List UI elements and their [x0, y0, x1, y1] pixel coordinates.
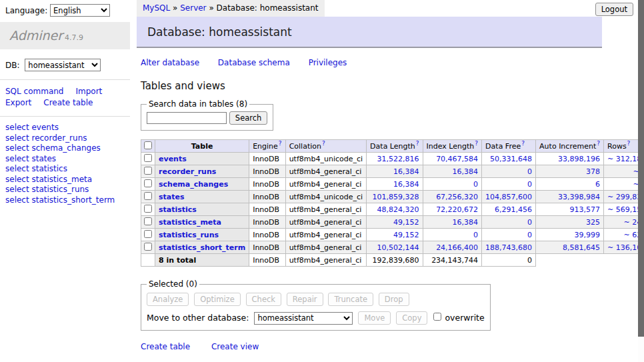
- row-checkbox[interactable]: [144, 243, 152, 251]
- move-database-select[interactable]: homeassistant: [254, 312, 353, 325]
- truncate-button[interactable]: Truncate: [328, 293, 373, 306]
- select-all-checkbox[interactable]: [144, 141, 152, 149]
- table-row: eventsInnoDButf8mb4_unicode_ci31,522,816…: [141, 153, 644, 165]
- help-link[interactable]: ?: [627, 140, 631, 147]
- data-length-link[interactable]: 101,859,328: [373, 193, 419, 201]
- sidebar-table-link[interactable]: select states: [5, 154, 56, 163]
- auto-increment-cell: 39,999: [536, 229, 604, 241]
- create-view-link[interactable]: Create view: [211, 342, 259, 351]
- index-length-link[interactable]: 16,384: [453, 167, 479, 176]
- overwrite-checkbox[interactable]: [433, 313, 441, 321]
- data-free-link[interactable]: 50,331,648: [490, 155, 532, 163]
- help-link[interactable]: ?: [416, 140, 419, 147]
- auto-increment-link[interactable]: 913,577: [570, 205, 601, 214]
- database-schema-link[interactable]: Database schema: [218, 58, 290, 67]
- sidebar-link-export[interactable]: Export: [5, 98, 31, 107]
- logout-button[interactable]: Logout: [595, 3, 633, 16]
- sidebar-link-create-table[interactable]: Create table: [43, 98, 93, 107]
- index-length-link[interactable]: 72,220,672: [436, 205, 478, 214]
- data-free-link[interactable]: 0: [527, 231, 532, 239]
- analyze-button[interactable]: Analyze: [147, 293, 189, 306]
- scrollbar-thumb[interactable]: [638, 0, 644, 337]
- row-checkbox[interactable]: [144, 205, 152, 213]
- sidebar-table-link[interactable]: select events: [5, 123, 59, 132]
- data-free-link[interactable]: 0: [527, 167, 532, 176]
- row-checkbox[interactable]: [144, 179, 152, 187]
- table-name-link[interactable]: schema_changes: [159, 180, 228, 189]
- index-length-link[interactable]: 24,166,400: [436, 243, 478, 252]
- row-checkbox[interactable]: [144, 167, 152, 175]
- breadcrumb-server-link[interactable]: Server: [180, 3, 206, 13]
- help-link[interactable]: ?: [322, 140, 325, 147]
- sidebar-table-link[interactable]: select recorder_runs: [5, 133, 87, 143]
- auto-increment-link[interactable]: 8,581,645: [563, 243, 600, 252]
- data-length-link[interactable]: 48,824,320: [377, 205, 419, 214]
- sidebar-table-link[interactable]: select statistics: [5, 164, 67, 173]
- data-length-link[interactable]: 16,384: [393, 180, 419, 189]
- data-free-link[interactable]: 188,743,680: [485, 243, 532, 252]
- table-name-link[interactable]: events: [159, 155, 187, 163]
- help-link[interactable]: ?: [521, 140, 525, 147]
- data-length-link[interactable]: 10,502,144: [377, 243, 419, 252]
- table-name-link[interactable]: recorder_runs: [159, 167, 216, 176]
- index-length-link[interactable]: 67,256,320: [436, 193, 478, 201]
- sidebar-table-item: select events: [5, 123, 130, 133]
- index-length-link[interactable]: 16,384: [453, 218, 479, 227]
- copy-button[interactable]: Copy: [396, 311, 427, 325]
- row-checkbox[interactable]: [144, 192, 152, 200]
- data-free-link[interactable]: 0: [527, 180, 532, 189]
- sidebar-table-link[interactable]: select statistics_runs: [5, 185, 89, 194]
- auto-increment-link[interactable]: 325: [586, 218, 600, 227]
- sidebar-table-link[interactable]: select statistics_short_term: [5, 195, 115, 205]
- move-button[interactable]: Move: [358, 311, 391, 325]
- vertical-scrollbar[interactable]: [638, 0, 644, 362]
- help-link[interactable]: ?: [475, 140, 478, 147]
- table-name-link[interactable]: statistics_short_term: [159, 243, 245, 252]
- row-checkbox[interactable]: [144, 230, 152, 238]
- index-length-link[interactable]: 0: [473, 231, 478, 239]
- data-length-cell: 10,502,144: [367, 241, 423, 254]
- table-name-link[interactable]: statistics: [159, 205, 197, 214]
- search-input[interactable]: [147, 112, 227, 124]
- data-length-link[interactable]: 49,152: [393, 231, 419, 239]
- table-name-link[interactable]: statistics_meta: [159, 218, 221, 227]
- row-checkbox[interactable]: [144, 154, 152, 162]
- create-table-link[interactable]: Create table: [141, 342, 190, 351]
- search-button[interactable]: Search: [229, 111, 268, 125]
- table-name-link[interactable]: states: [159, 193, 185, 201]
- help-link[interactable]: ?: [597, 140, 600, 147]
- data-length-cell: 49,152: [367, 216, 423, 229]
- data-free-link[interactable]: 104,857,600: [485, 193, 532, 201]
- auto-increment-link[interactable]: 33,398,984: [558, 193, 600, 201]
- data-length-link[interactable]: 16,384: [393, 167, 419, 176]
- table-row: statesInnoDButf8mb4_unicode_ci101,859,32…: [141, 191, 644, 203]
- data-length-link[interactable]: 31,522,816: [377, 155, 419, 163]
- index-length-link[interactable]: 70,467,584: [436, 155, 478, 163]
- breadcrumb-mysql-link[interactable]: MySQL: [143, 3, 170, 13]
- sidebar-link-import[interactable]: Import: [75, 87, 102, 96]
- help-link[interactable]: ?: [279, 140, 282, 147]
- adminer-logo[interactable]: Adminer: [9, 28, 63, 43]
- sidebar-link-sql-command[interactable]: SQL command: [5, 87, 63, 96]
- data-length-link[interactable]: 49,152: [393, 218, 419, 227]
- auto-increment-link[interactable]: 33,898,196: [558, 155, 600, 163]
- drop-button[interactable]: Drop: [379, 293, 409, 306]
- optimize-button[interactable]: Optimize: [194, 293, 241, 306]
- row-checkbox[interactable]: [144, 217, 152, 225]
- check-button[interactable]: Check: [246, 293, 281, 306]
- data-free-link[interactable]: 0: [527, 218, 532, 227]
- data-free-link[interactable]: 6,291,456: [495, 205, 532, 214]
- alter-database-link[interactable]: Alter database: [141, 58, 199, 67]
- index-length-link[interactable]: 0: [473, 180, 478, 189]
- auto-increment-link[interactable]: 6: [595, 180, 600, 189]
- sidebar-table-link[interactable]: select schema_changes: [5, 143, 101, 153]
- table-name-link[interactable]: statistics_runs: [159, 231, 219, 239]
- sidebar-table-link[interactable]: select statistics_meta: [5, 175, 92, 184]
- privileges-link[interactable]: Privileges: [309, 58, 347, 67]
- auto-increment-link[interactable]: 39,999: [575, 231, 601, 239]
- language-select[interactable]: English: [50, 4, 110, 17]
- engine-cell: InnoDB: [249, 153, 285, 165]
- auto-increment-link[interactable]: 378: [586, 167, 600, 176]
- db-select[interactable]: homeassistant: [25, 59, 101, 71]
- repair-button[interactable]: Repair: [287, 293, 323, 306]
